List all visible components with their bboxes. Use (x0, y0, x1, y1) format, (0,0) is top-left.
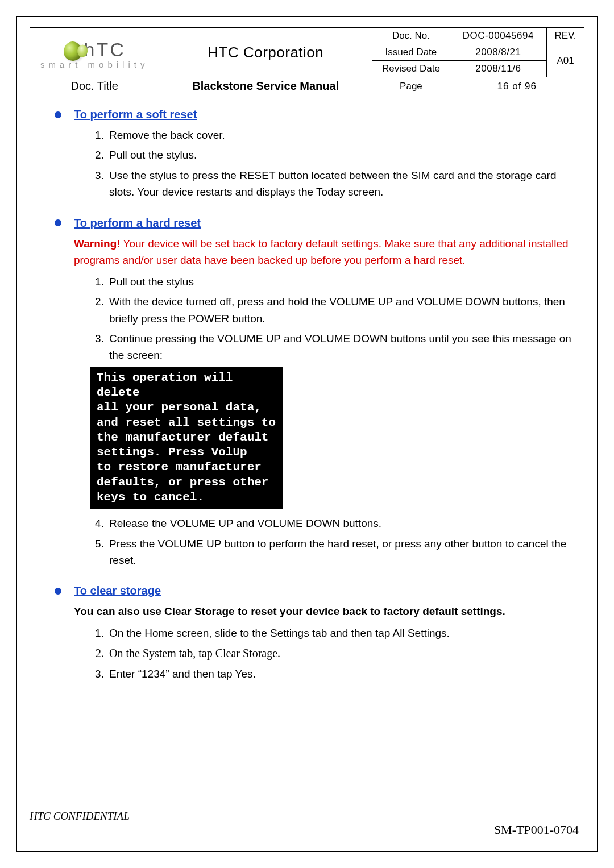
rev-value: A01 (547, 44, 584, 77)
soft-step-2: Pull out the stylus. (107, 147, 574, 163)
footer-confidential: HTC CONFIDENTIAL (30, 810, 130, 823)
page-value: 16 of 96 (450, 77, 584, 95)
soft-step-3: Use the stylus to press the RESET button… (107, 167, 574, 201)
hard-step-2: With the device turned off, press and ho… (107, 293, 574, 327)
hard-reset-title: To perform a hard reset (74, 214, 201, 232)
logo-cell: hTC smart mobility (30, 28, 159, 77)
issued-label: Issued Date (372, 44, 450, 61)
logo-tagline: smart mobility (40, 60, 149, 69)
clear-storage-note: You can also use Clear Storage to reset … (74, 603, 578, 620)
corp-name: HTC Corporation (159, 28, 372, 77)
soft-reset-steps: Remove the back cover. Pull out the styl… (107, 127, 578, 201)
clear-storage-title: To clear storage (74, 582, 161, 600)
issued-value: 2008/8/21 (450, 44, 546, 61)
docno-label: Doc. No. (372, 28, 450, 44)
hard-reset-steps-cont: Release the VOLUME UP and VOLUME DOWN bu… (107, 515, 578, 568)
section-soft-reset: To perform a soft reset Remove the back … (57, 106, 578, 201)
leaf-icon (62, 40, 82, 61)
header-table: hTC smart mobility HTC Corporation Doc. … (30, 27, 584, 95)
device-screen-message: This operation will delete all your pers… (90, 367, 283, 509)
page-label: Page (372, 77, 450, 95)
htc-logo: hTC smart mobility (31, 36, 157, 69)
hard-step-3: Continue pressing the VOLUME UP and VOLU… (107, 330, 574, 364)
clear-storage-steps: On the Home screen, slide to the Setting… (107, 625, 578, 683)
content-area: To perform a soft reset Remove the back … (30, 95, 584, 683)
soft-reset-title: To perform a soft reset (74, 106, 197, 123)
hard-step-1: Pull out the stylus (107, 273, 574, 290)
footer-doc-code: SM-TP001-0704 (494, 823, 579, 837)
hard-step-5: Press the VOLUME UP button to perform th… (107, 535, 574, 569)
bullet-icon (55, 219, 61, 226)
rev-label: REV. (547, 28, 584, 44)
revised-label: Revised Date (372, 61, 450, 77)
hard-reset-warning: Warning! Your device will be set back to… (74, 235, 578, 269)
hard-reset-steps: Pull out the stylus With the device turn… (107, 273, 578, 364)
docno-value: DOC-00045694 (450, 28, 546, 44)
clear-step-1: On the Home screen, slide to the Setting… (107, 625, 574, 641)
hard-step-4: Release the VOLUME UP and VOLUME DOWN bu… (107, 515, 574, 531)
soft-step-1: Remove the back cover. (107, 127, 574, 143)
warning-label: Warning! (74, 238, 121, 250)
section-clear-storage: To clear storage You can also use Clear … (57, 582, 578, 682)
section-hard-reset: To perform a hard reset Warning! Your de… (57, 214, 578, 569)
clear-step-3: Enter “1234” and then tap Yes. (107, 666, 574, 682)
revised-value: 2008/11/6 (450, 61, 546, 77)
bullet-icon (55, 588, 61, 595)
doc-title-label: Doc. Title (30, 77, 159, 95)
logo-text: hTC (84, 39, 126, 61)
bullet-icon (55, 111, 61, 118)
clear-step-2: On the System tab, tap Clear Storage. (107, 645, 574, 662)
page-frame: hTC smart mobility HTC Corporation Doc. … (16, 16, 598, 852)
doc-title: Blackstone Service Manual (159, 77, 372, 95)
warning-text: Your device will be set back to factory … (74, 238, 569, 266)
